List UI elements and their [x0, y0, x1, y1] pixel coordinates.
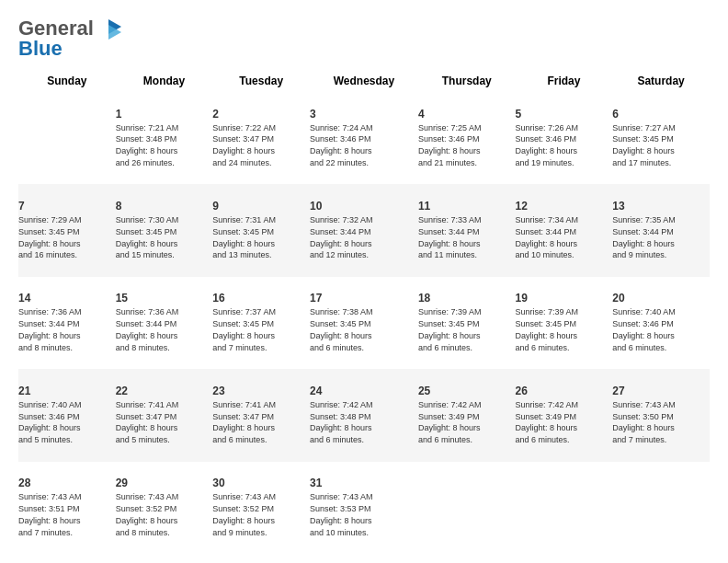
day-info: Sunrise: 7:40 AMSunset: 3:46 PMDaylight:… [18, 399, 116, 446]
sunset-info: Sunset: 3:47 PM [116, 411, 213, 423]
day-info: Sunrise: 7:29 AMSunset: 3:45 PMDaylight:… [18, 214, 116, 261]
day-number: 25 [418, 385, 516, 397]
day-number: 15 [116, 292, 213, 304]
calendar-cell: 9Sunrise: 7:31 AMSunset: 3:45 PMDaylight… [212, 184, 310, 276]
calendar-cell: 4Sunrise: 7:25 AMSunset: 3:46 PMDaylight… [418, 92, 516, 184]
sunset-info: Sunset: 3:49 PM [418, 411, 516, 423]
sunrise-info: Sunrise: 7:39 AM [418, 306, 516, 318]
info-continuation: and 24 minutes. [212, 157, 310, 169]
sunrise-info: Sunrise: 7:43 AM [18, 491, 116, 503]
info-continuation: and 6 minutes. [418, 342, 516, 354]
day-info: Sunrise: 7:21 AMSunset: 3:48 PMDaylight:… [116, 122, 213, 169]
daylight-hours: Daylight: 8 hours [612, 145, 710, 157]
daylight-hours: Daylight: 8 hours [116, 515, 213, 527]
daylight-hours: Daylight: 8 hours [418, 330, 516, 342]
daylight-hours: Daylight: 8 hours [310, 422, 418, 434]
sunrise-info: Sunrise: 7:43 AM [310, 491, 418, 503]
sunset-info: Sunset: 3:45 PM [310, 318, 418, 330]
header-saturday: Saturday [612, 70, 710, 92]
week-row-5: 28Sunrise: 7:43 AMSunset: 3:51 PMDayligh… [18, 462, 710, 554]
page: General Blue SundayMondayTuesdayWednesda… [0, 0, 728, 563]
info-continuation: and 13 minutes. [212, 249, 310, 261]
sunset-info: Sunset: 3:44 PM [310, 226, 418, 238]
sunrise-info: Sunrise: 7:22 AM [212, 122, 310, 134]
calendar-cell: 1Sunrise: 7:21 AMSunset: 3:48 PMDaylight… [116, 92, 213, 184]
calendar-cell [612, 462, 710, 554]
logo: General Blue [18, 17, 123, 61]
day-number: 28 [18, 477, 116, 489]
sunrise-info: Sunrise: 7:37 AM [212, 306, 310, 318]
info-continuation: and 8 minutes. [116, 342, 213, 354]
day-number: 30 [212, 477, 310, 489]
info-continuation: and 6 minutes. [212, 434, 310, 446]
header-tuesday: Tuesday [212, 70, 310, 92]
day-info: Sunrise: 7:30 AMSunset: 3:45 PMDaylight:… [116, 214, 213, 261]
info-continuation: and 6 minutes. [516, 342, 613, 354]
sunrise-info: Sunrise: 7:42 AM [310, 399, 418, 411]
sunset-info: Sunset: 3:48 PM [310, 411, 418, 423]
info-continuation: and 7 minutes. [212, 342, 310, 354]
header: General Blue [18, 17, 710, 61]
sunset-info: Sunset: 3:52 PM [116, 503, 213, 515]
day-info: Sunrise: 7:42 AMSunset: 3:48 PMDaylight:… [310, 399, 418, 446]
info-continuation: and 21 minutes. [418, 157, 516, 169]
day-info: Sunrise: 7:40 AMSunset: 3:46 PMDaylight:… [612, 306, 710, 353]
info-continuation: and 6 minutes. [310, 434, 418, 446]
info-continuation: and 10 minutes. [516, 249, 613, 261]
sunrise-info: Sunrise: 7:40 AM [18, 399, 116, 411]
day-info: Sunrise: 7:43 AMSunset: 3:52 PMDaylight:… [212, 491, 310, 538]
info-continuation: and 5 minutes. [18, 434, 116, 446]
sunset-info: Sunset: 3:46 PM [516, 133, 613, 145]
day-number: 29 [116, 477, 213, 489]
calendar-cell: 20Sunrise: 7:40 AMSunset: 3:46 PMDayligh… [612, 277, 710, 369]
day-number: 18 [418, 292, 516, 304]
calendar-cell: 18Sunrise: 7:39 AMSunset: 3:45 PMDayligh… [418, 277, 516, 369]
sunset-info: Sunset: 3:44 PM [18, 318, 116, 330]
day-number: 23 [212, 385, 310, 397]
sunset-info: Sunset: 3:45 PM [212, 226, 310, 238]
sunrise-info: Sunrise: 7:39 AM [516, 306, 613, 318]
info-continuation: and 6 minutes. [516, 434, 613, 446]
sunset-info: Sunset: 3:46 PM [18, 411, 116, 423]
day-info: Sunrise: 7:22 AMSunset: 3:47 PMDaylight:… [212, 122, 310, 169]
calendar-cell: 5Sunrise: 7:26 AMSunset: 3:46 PMDaylight… [516, 92, 613, 184]
day-info: Sunrise: 7:32 AMSunset: 3:44 PMDaylight:… [310, 214, 418, 261]
header-monday: Monday [116, 70, 213, 92]
logo-bird-icon [94, 17, 123, 40]
day-number: 4 [418, 108, 516, 121]
sunrise-info: Sunrise: 7:38 AM [310, 306, 418, 318]
sunrise-info: Sunrise: 7:32 AM [310, 214, 418, 226]
sunrise-info: Sunrise: 7:35 AM [612, 214, 710, 226]
calendar-cell: 2Sunrise: 7:22 AMSunset: 3:47 PMDaylight… [212, 92, 310, 184]
sunrise-info: Sunrise: 7:25 AM [418, 122, 516, 134]
week-row-4: 21Sunrise: 7:40 AMSunset: 3:46 PMDayligh… [18, 369, 710, 461]
info-continuation: and 15 minutes. [116, 249, 213, 261]
daylight-hours: Daylight: 8 hours [212, 330, 310, 342]
daylight-hours: Daylight: 8 hours [516, 422, 613, 434]
header-wednesday: Wednesday [310, 70, 418, 92]
sunset-info: Sunset: 3:45 PM [516, 318, 613, 330]
daylight-hours: Daylight: 8 hours [116, 238, 213, 250]
day-number: 16 [212, 292, 310, 304]
sunset-info: Sunset: 3:45 PM [212, 318, 310, 330]
sunset-info: Sunset: 3:52 PM [212, 503, 310, 515]
sunrise-info: Sunrise: 7:26 AM [516, 122, 613, 134]
calendar-table: SundayMondayTuesdayWednesdayThursdayFrid… [18, 70, 710, 554]
daylight-hours: Daylight: 8 hours [212, 515, 310, 527]
calendar-cell: 6Sunrise: 7:27 AMSunset: 3:45 PMDaylight… [612, 92, 710, 184]
calendar-cell: 26Sunrise: 7:42 AMSunset: 3:49 PMDayligh… [516, 369, 613, 461]
info-continuation: and 17 minutes. [612, 157, 710, 169]
day-number: 27 [612, 385, 710, 397]
week-row-1: 1Sunrise: 7:21 AMSunset: 3:48 PMDaylight… [18, 92, 710, 184]
day-number: 26 [516, 385, 613, 397]
day-number: 5 [516, 108, 613, 121]
info-continuation: and 6 minutes. [612, 342, 710, 354]
info-continuation: and 7 minutes. [612, 434, 710, 446]
logo-blue: Blue [18, 37, 63, 60]
calendar-cell: 7Sunrise: 7:29 AMSunset: 3:45 PMDaylight… [18, 184, 116, 276]
info-continuation: and 26 minutes. [116, 157, 213, 169]
sunrise-info: Sunrise: 7:36 AM [18, 306, 116, 318]
calendar-cell: 3Sunrise: 7:24 AMSunset: 3:46 PMDaylight… [310, 92, 418, 184]
calendar-cell: 30Sunrise: 7:43 AMSunset: 3:52 PMDayligh… [212, 462, 310, 554]
daylight-hours: Daylight: 8 hours [116, 145, 213, 157]
